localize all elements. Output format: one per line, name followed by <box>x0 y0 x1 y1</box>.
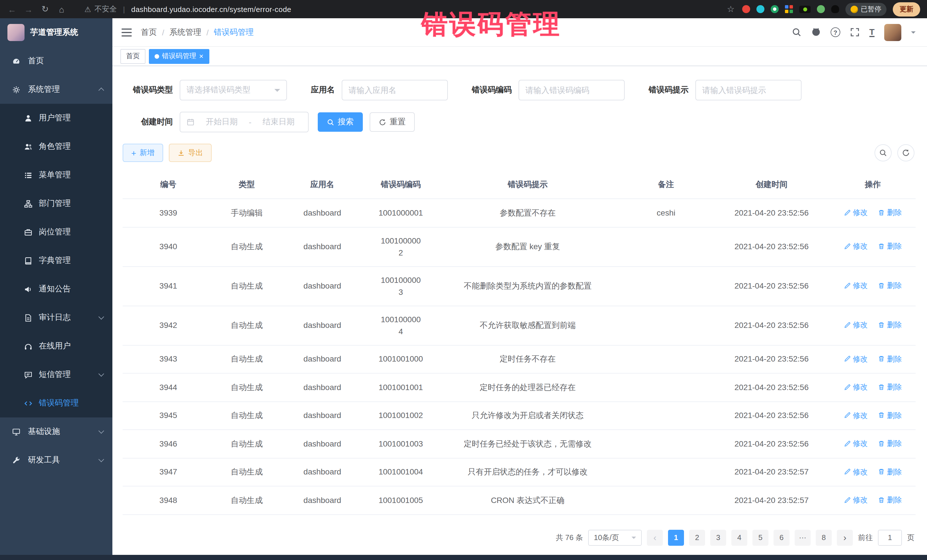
sidebar-item-roles[interactable]: 角色管理 <box>0 132 112 161</box>
hamburger-icon[interactable] <box>122 28 132 36</box>
error-code-input[interactable] <box>526 85 618 95</box>
tab-home[interactable]: 首页 <box>120 49 146 64</box>
cell-actions: 修改 删除 <box>830 266 916 306</box>
user-avatar[interactable] <box>884 24 901 41</box>
cell-app: dashboard <box>280 227 365 266</box>
bookmark-star-icon[interactable]: ☆ <box>726 4 736 14</box>
calendar-icon <box>187 118 195 126</box>
address-bar[interactable]: dashboard.yudao.iocoder.cn/system/error-… <box>131 5 291 14</box>
extension-icon[interactable] <box>817 5 825 13</box>
trash-icon <box>878 384 885 390</box>
edit-link[interactable]: 修改 <box>844 409 868 421</box>
delete-link[interactable]: 删除 <box>878 206 902 219</box>
forward-icon[interactable]: → <box>23 4 33 14</box>
browser-update-button[interactable]: 更新 <box>893 2 920 16</box>
edit-link[interactable]: 修改 <box>844 381 868 393</box>
sidebar-item-dictionary[interactable]: 字典管理 <box>0 246 112 275</box>
search-button[interactable]: 搜索 <box>318 112 363 132</box>
sidebar-item-departments[interactable]: 部门管理 <box>0 189 112 218</box>
delete-link[interactable]: 删除 <box>878 437 902 449</box>
prev-page-button[interactable]: ‹ <box>647 530 663 545</box>
sidebar-item-label: 审计日志 <box>39 313 71 323</box>
delete-link[interactable]: 删除 <box>878 494 902 506</box>
page-button-4[interactable]: 4 <box>731 530 747 545</box>
paused-label: 已暂停 <box>861 4 881 14</box>
font-size-icon[interactable]: T <box>869 27 874 37</box>
next-page-button[interactable]: › <box>837 530 853 545</box>
help-icon[interactable]: ? <box>831 27 840 37</box>
sidebar-item-devtools[interactable]: 研发工具 <box>0 446 112 475</box>
sidebar-item-label: 错误码管理 <box>39 398 79 408</box>
extension-icon[interactable] <box>757 5 764 13</box>
sidebar-item-system[interactable]: 系统管理 <box>0 75 112 104</box>
back-icon[interactable]: ← <box>7 4 17 14</box>
extension-icon[interactable] <box>785 5 793 13</box>
edit-link[interactable]: 修改 <box>844 280 868 292</box>
breadcrumb-home[interactable]: 首页 <box>141 27 157 37</box>
delete-link[interactable]: 删除 <box>878 353 902 365</box>
reload-icon[interactable]: ↻ <box>40 4 50 14</box>
export-button[interactable]: 导出 <box>169 144 212 162</box>
sidebar-item-infrastructure[interactable]: 基础设施 <box>0 417 112 446</box>
edit-link[interactable]: 修改 <box>844 240 868 252</box>
delete-link[interactable]: 删除 <box>878 466 902 478</box>
breadcrumb-system[interactable]: 系统管理 <box>169 27 201 37</box>
sidebar-item-menus[interactable]: 菜单管理 <box>0 161 112 189</box>
github-icon[interactable] <box>811 27 821 37</box>
edit-link[interactable]: 修改 <box>844 466 868 478</box>
search-icon[interactable] <box>792 27 801 37</box>
cell-created: 2021-04-20 23:52:56 <box>713 266 830 306</box>
page-unit-label: 页 <box>907 532 915 543</box>
home-icon[interactable]: ⌂ <box>56 4 67 14</box>
sidebar-item-online-users[interactable]: 在线用户 <box>0 332 112 360</box>
refresh-icon <box>902 149 910 157</box>
date-range-picker[interactable]: 开始日期 - 结束日期 <box>180 112 308 132</box>
delete-link[interactable]: 删除 <box>878 409 902 421</box>
add-button[interactable]: + 新增 <box>123 144 163 162</box>
sidebar-item-posts[interactable]: 岗位管理 <box>0 218 112 246</box>
extension-icon[interactable] <box>799 5 811 13</box>
fullscreen-icon[interactable] <box>850 27 860 37</box>
sidebar-item-sms[interactable]: 短信管理 <box>0 360 112 389</box>
more-pages-button[interactable]: ··· <box>795 530 811 545</box>
show-search-toggle-button[interactable] <box>874 144 892 161</box>
reset-button[interactable]: 重置 <box>370 112 415 132</box>
page-button-1[interactable]: 1 <box>668 530 684 545</box>
chevron-down-icon[interactable] <box>911 31 916 36</box>
delete-link[interactable]: 删除 <box>878 280 902 292</box>
paused-badge[interactable]: 已暂停 <box>845 3 886 16</box>
page-button-2[interactable]: 2 <box>689 530 705 545</box>
trash-icon <box>878 355 885 362</box>
sidebar-item-error-codes[interactable]: 错误码管理 <box>0 389 112 417</box>
sidebar-item-audit-logs[interactable]: 审计日志 <box>0 304 112 332</box>
edit-link[interactable]: 修改 <box>844 437 868 449</box>
edit-link[interactable]: 修改 <box>844 353 868 365</box>
page-button-6[interactable]: 6 <box>774 530 790 545</box>
page-button-3[interactable]: 3 <box>710 530 726 545</box>
delete-link[interactable]: 删除 <box>878 319 902 331</box>
close-icon[interactable]: × <box>199 53 204 59</box>
cell-code: 1001000001 <box>365 199 436 227</box>
sidebar-item-notices[interactable]: 通知公告 <box>0 275 112 304</box>
delete-link[interactable]: 删除 <box>878 240 902 252</box>
site-security-indicator[interactable]: ⚠ 不安全 <box>84 4 117 14</box>
edit-link[interactable]: 修改 <box>844 206 868 219</box>
extension-icon[interactable] <box>771 5 779 13</box>
extension-icon[interactable] <box>742 5 750 13</box>
edit-link[interactable]: 修改 <box>844 494 868 506</box>
app-name-input[interactable] <box>348 85 441 95</box>
page-button-8[interactable]: 8 <box>816 530 832 545</box>
page-size-select[interactable]: 10条/页 <box>588 530 642 545</box>
extension-icon[interactable] <box>831 5 839 13</box>
page-button-5[interactable]: 5 <box>752 530 768 545</box>
sidebar-item-label: 短信管理 <box>39 370 71 380</box>
sidebar-item-users[interactable]: 用户管理 <box>0 104 112 132</box>
sidebar-item-home[interactable]: 首页 <box>0 47 112 75</box>
error-type-select[interactable]: 请选择错误码类型 <box>180 80 287 100</box>
tab-error-codes[interactable]: 错误码管理 × <box>149 49 209 64</box>
error-hint-input[interactable] <box>702 85 795 95</box>
refresh-table-button[interactable] <box>897 144 915 161</box>
goto-page-input[interactable] <box>878 530 902 545</box>
delete-link[interactable]: 删除 <box>878 381 902 393</box>
edit-link[interactable]: 修改 <box>844 319 868 331</box>
